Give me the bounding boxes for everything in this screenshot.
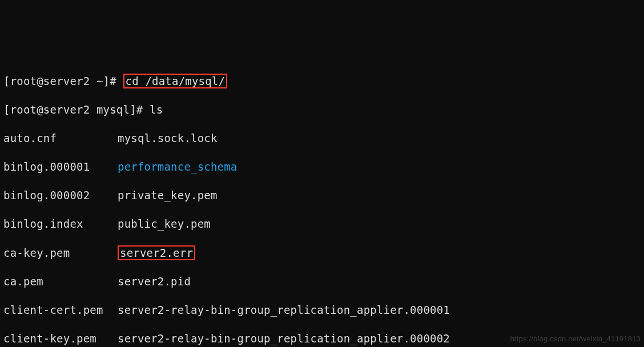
highlighted-cd-command: cd /data/mysql/ <box>123 74 228 88</box>
ls-col1-item: client-cert.pem <box>3 303 118 317</box>
ls-col2-item: private_key.pem <box>118 189 218 201</box>
highlighted-server2-err: server2.err <box>118 245 195 260</box>
ls-col2-item: server2-relay-bin-group_replication_appl… <box>118 332 450 345</box>
ls-col1-item: binlog.000001 <box>3 160 118 174</box>
shell-prompt: [root@server2 mysql]# <box>3 103 150 116</box>
ls-col1-item: ca.pem <box>3 275 118 289</box>
ls-col1-item: binlog.index <box>3 217 118 231</box>
ls-col1-item: ca-key.pem <box>3 246 118 260</box>
ls-col1-item: binlog.000002 <box>3 188 118 203</box>
ls-command: ls <box>150 103 163 116</box>
ls-col2-item-dir: performance_schema <box>118 160 238 173</box>
ls-col1-item: client-key.pem <box>3 332 118 346</box>
terminal-output[interactable]: [root@server2 ~]# cd /data/mysql/ [root@… <box>3 59 641 347</box>
ls-col2-item: server2.pid <box>118 275 191 288</box>
ls-col2-item: mysql.sock.lock <box>118 132 218 144</box>
ls-col1-item: auto.cnf <box>3 131 118 146</box>
ls-col2-item: public_key.pem <box>118 217 211 230</box>
watermark-text: https://blog.csdn.net/weixin_41191813 <box>510 332 641 346</box>
ls-col2-item: server2-relay-bin-group_replication_appl… <box>118 304 450 316</box>
shell-prompt: [root@server2 ~]# <box>3 75 123 87</box>
